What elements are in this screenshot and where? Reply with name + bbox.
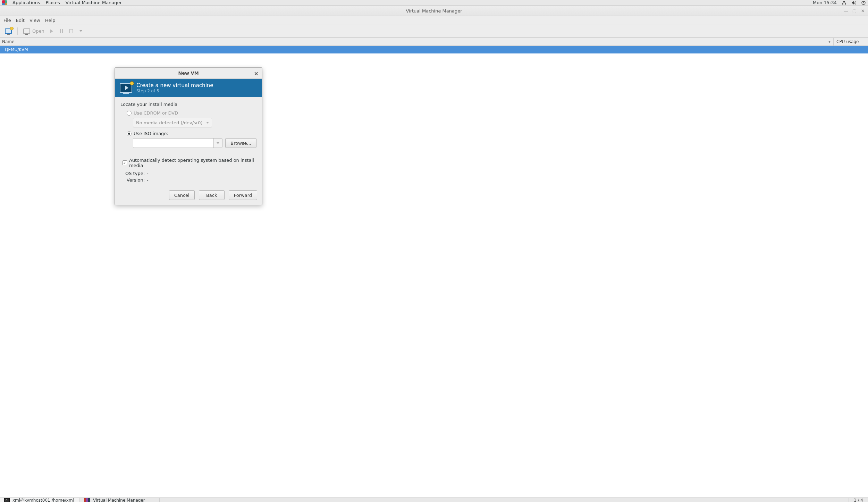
cdrom-device-value: No media detected (/dev/sr0) — [136, 120, 203, 125]
os-type-label: OS type: — [125, 171, 145, 176]
chevron-down-icon — [206, 122, 209, 124]
power-icon[interactable] — [861, 0, 866, 5]
volume-icon[interactable] — [851, 0, 856, 5]
forward-button[interactable]: Forward — [229, 190, 257, 200]
vmm-icon — [84, 498, 90, 502]
cancel-button[interactable]: Cancel — [169, 190, 195, 200]
autodetect-label: Automatically detect operating system ba… — [129, 158, 256, 168]
checkbox-checked-icon — [123, 160, 127, 165]
svg-rect-1 — [842, 3, 843, 5]
connection-label: QEMU/KVM — [5, 47, 28, 52]
vmm-toolbar: Open — [0, 25, 868, 37]
menu-applications[interactable]: Applications — [12, 0, 40, 5]
dialog-title: New VM — [178, 70, 199, 76]
back-button[interactable]: Back — [199, 190, 225, 200]
column-cpu-label: CPU usage — [836, 39, 859, 44]
vmm-menubar: File Edit View Help — [0, 16, 868, 25]
column-name[interactable]: Name ▾ — [0, 38, 833, 45]
pause-icon — [60, 29, 63, 33]
os-info: OS type: - Version: - — [125, 171, 256, 183]
radio-cdrom-label: Use CDROM or DVD — [134, 110, 178, 116]
radio-selected-icon — [127, 131, 132, 136]
pause-button[interactable] — [58, 27, 65, 35]
window-minimize-icon[interactable]: — — [844, 8, 849, 13]
vm-list-body: QEMU/KVM New VM × Create a new virtual m… — [0, 46, 868, 497]
network-icon[interactable] — [842, 0, 846, 5]
chevron-down-icon — [79, 30, 82, 32]
menu-file[interactable]: File — [3, 18, 11, 23]
task-vmm[interactable]: Virtual Machine Manager — [80, 498, 160, 502]
sort-icon: ▾ — [828, 39, 831, 44]
gnome-topbar: Applications Places Virtual Machine Mana… — [0, 0, 868, 6]
browse-button[interactable]: Browse... — [225, 138, 256, 148]
autodetect-checkbox-row[interactable]: Automatically detect operating system ba… — [123, 158, 256, 168]
iso-path-input[interactable] — [133, 139, 213, 148]
forward-label: Forward — [234, 193, 252, 198]
toolbar-divider — [17, 27, 18, 35]
svg-rect-2 — [845, 3, 846, 5]
window-close-icon[interactable]: ✕ — [860, 8, 865, 13]
play-icon — [50, 29, 53, 33]
shutdown-menu-button[interactable] — [77, 27, 85, 35]
window-maximize-icon[interactable]: ▢ — [852, 8, 857, 13]
menu-help[interactable]: Help — [45, 18, 56, 23]
vmm-title: Virtual Machine Manager — [406, 8, 462, 14]
wizard-icon — [120, 83, 132, 93]
task-terminal-label: xml@kvmhost001:/home/xml — [12, 498, 74, 502]
menu-view[interactable]: View — [30, 18, 40, 23]
back-label: Back — [206, 193, 217, 198]
open-label: Open — [32, 28, 44, 34]
workspace-label: 1 / 4 — [854, 498, 863, 502]
stop-icon — [69, 29, 73, 33]
dialog-titlebar: New VM × — [115, 68, 262, 79]
dialog-step-label: Step 2 of 5 — [136, 89, 213, 93]
svg-rect-0 — [843, 1, 845, 2]
browse-label: Browse... — [230, 141, 251, 146]
menu-active-app[interactable]: Virtual Machine Manager — [66, 0, 122, 5]
new-vm-button[interactable] — [3, 27, 13, 35]
iso-history-button[interactable] — [213, 139, 222, 148]
task-vmm-label: Virtual Machine Manager — [93, 498, 145, 502]
version-value: - — [147, 177, 149, 183]
section-title: Locate your install media — [120, 102, 256, 107]
radio-icon — [127, 111, 132, 116]
dialog-button-row: Cancel Back Forward — [115, 190, 262, 205]
os-type-value: - — [147, 171, 149, 176]
new-vm-dialog: New VM × Create a new virtual machine St… — [115, 67, 262, 205]
dialog-header: Create a new virtual machine Step 2 of 5 — [115, 79, 262, 97]
monitor-new-icon — [5, 28, 12, 34]
vm-list-header: Name ▾ CPU usage — [0, 37, 868, 46]
terminal-icon — [4, 498, 10, 502]
column-cpu[interactable]: CPU usage — [833, 38, 868, 45]
column-name-label: Name — [2, 39, 14, 44]
iso-path-combo — [133, 138, 222, 148]
vm-list-empty-area: New VM × Create a new virtual machine St… — [0, 53, 868, 497]
dialog-body: Locate your install media Use CDROM or D… — [115, 97, 262, 190]
shutdown-button[interactable] — [67, 27, 75, 35]
radio-iso[interactable]: Use ISO image: — [127, 131, 256, 136]
task-terminal[interactable]: xml@kvmhost001:/home/xml — [0, 498, 80, 502]
monitor-icon — [23, 28, 30, 34]
cdrom-device-combo[interactable]: No media detected (/dev/sr0) — [133, 118, 212, 127]
menu-places[interactable]: Places — [45, 0, 60, 5]
vmm-titlebar: Virtual Machine Manager — ▢ ✕ — [0, 6, 868, 16]
workspace-indicator[interactable]: 1 / 4 — [849, 498, 868, 502]
radio-iso-label: Use ISO image: — [134, 131, 168, 136]
taskbar: xml@kvmhost001:/home/xml Virtual Machine… — [0, 497, 868, 502]
vmm-window: Virtual Machine Manager — ▢ ✕ File Edit … — [0, 6, 868, 497]
dialog-close-button[interactable]: × — [254, 70, 259, 77]
radio-cdrom[interactable]: Use CDROM or DVD — [127, 110, 256, 116]
version-label: Version: — [125, 177, 145, 183]
open-vm-button[interactable]: Open — [22, 27, 46, 35]
cancel-label: Cancel — [174, 193, 189, 198]
menu-edit[interactable]: Edit — [16, 18, 25, 23]
chevron-down-icon — [217, 142, 219, 144]
connection-row[interactable]: QEMU/KVM — [0, 46, 868, 53]
clock[interactable]: Mon 15:34 — [813, 0, 837, 5]
dialog-header-title: Create a new virtual machine — [136, 82, 213, 89]
activities-icon[interactable] — [2, 0, 7, 5]
run-button[interactable] — [48, 27, 56, 35]
